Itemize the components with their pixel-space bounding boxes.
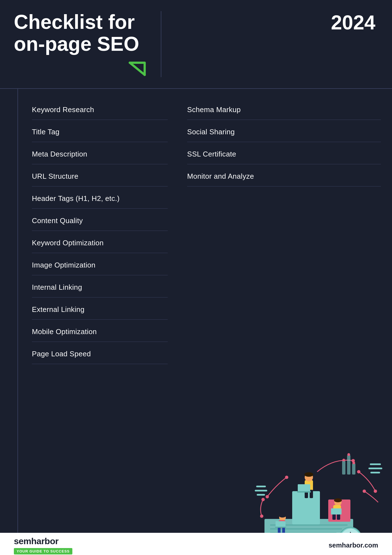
checklist-label: Title Tag	[32, 128, 60, 136]
list-item: Title Tag	[32, 120, 168, 142]
brand-name: semharbor	[14, 536, 72, 546]
svg-point-38	[266, 495, 269, 498]
list-item: Image Optimization	[32, 253, 168, 275]
svg-point-39	[357, 470, 360, 473]
header-left: Checklist for on-page SEO	[0, 0, 161, 88]
checklist-label: External Linking	[32, 305, 85, 314]
checklist-label: Keyword Research	[32, 105, 94, 114]
list-item: Keyword Optimization	[32, 231, 168, 253]
checklist-label: Page Load Speed	[32, 350, 91, 358]
svg-rect-22	[298, 484, 310, 492]
page-title: Checklist for on-page SEO	[14, 11, 147, 55]
svg-rect-43	[368, 468, 382, 469]
checklist-label: Header Tags (H1, H2, etc.)	[32, 194, 120, 203]
footer: semharbor YOUR GUIDE TO SUCCESS semharbo…	[0, 533, 392, 555]
list-item: Monitor and Analyze	[187, 164, 381, 186]
svg-point-25	[334, 498, 342, 502]
svg-rect-47	[255, 490, 267, 491]
list-item: External Linking	[32, 297, 168, 320]
svg-rect-51	[342, 461, 345, 475]
arrow-icon	[128, 60, 147, 77]
svg-point-41	[363, 490, 366, 493]
svg-rect-29	[331, 508, 342, 514]
list-item: Social Sharing	[187, 120, 381, 142]
svg-rect-42	[370, 463, 381, 465]
svg-rect-53	[352, 463, 355, 475]
checklist-label: Keyword Optimization	[32, 239, 104, 247]
content-section: Keyword ResearchTitle TagMeta Descriptio…	[0, 89, 392, 533]
svg-rect-36	[275, 527, 286, 528]
list-item: Page Load Speed	[32, 342, 168, 364]
svg-point-37	[285, 476, 288, 479]
svg-rect-48	[257, 494, 265, 496]
year-label: 2024	[331, 11, 375, 34]
svg-point-31	[279, 514, 286, 518]
checklist-label: URL Structure	[32, 172, 78, 180]
svg-rect-52	[347, 455, 350, 475]
svg-point-40	[374, 490, 377, 493]
svg-point-56	[352, 461, 355, 464]
checklist-label: Meta Description	[32, 150, 87, 158]
footer-url: semharbor.com	[329, 541, 378, 549]
svg-point-50	[260, 514, 263, 518]
list-item: Schema Markup	[187, 103, 381, 120]
checklist-label: Mobile Optimization	[32, 327, 97, 336]
list-item: Mobile Optimization	[32, 320, 168, 342]
list-item: URL Structure	[32, 164, 168, 186]
svg-rect-35	[276, 521, 286, 527]
svg-point-55	[347, 453, 350, 456]
list-item: Internal Linking	[32, 275, 168, 297]
header: Checklist for on-page SEO 2024	[0, 0, 392, 89]
svg-point-19	[304, 472, 313, 477]
list-item: SSL Certificate	[187, 142, 381, 164]
left-checklist: Keyword ResearchTitle TagMeta Descriptio…	[18, 100, 176, 533]
svg-point-54	[342, 459, 345, 461]
svg-line-0	[130, 63, 145, 75]
right-checklist: Schema MarkupSocial SharingSSL Certifica…	[176, 100, 392, 533]
left-bar	[0, 89, 18, 533]
footer-brand: semharbor YOUR GUIDE TO SUCCESS	[14, 536, 72, 554]
svg-rect-33	[278, 527, 281, 533]
svg-rect-4	[270, 528, 342, 529]
svg-rect-44	[370, 472, 380, 473]
brand-tagline: YOUR GUIDE TO SUCCESS	[14, 548, 72, 554]
page-wrapper: Checklist for on-page SEO 2024 Keyword R…	[0, 0, 392, 555]
checklist-label: Content Quality	[32, 216, 83, 225]
svg-point-49	[261, 498, 265, 501]
header-right: 2024	[161, 0, 392, 88]
checklist-label: Internal Linking	[32, 283, 82, 291]
list-item: Content Quality	[32, 209, 168, 231]
checklist-label: Image Optimization	[32, 261, 95, 269]
svg-rect-34	[282, 527, 285, 533]
list-item: Keyword Research	[32, 103, 168, 120]
list-item: Meta Description	[32, 142, 168, 164]
list-item: Header Tags (H1, H2, etc.)	[32, 186, 168, 209]
checklist-area: Keyword ResearchTitle TagMeta Descriptio…	[18, 89, 392, 533]
svg-rect-46	[256, 486, 266, 487]
svg-rect-23	[297, 491, 311, 493]
